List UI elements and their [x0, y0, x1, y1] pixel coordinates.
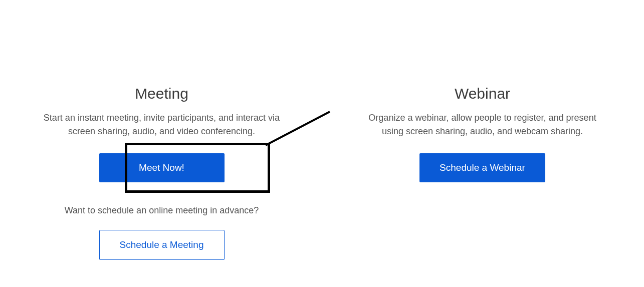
webinar-title: Webinar: [455, 85, 510, 102]
schedule-webinar-button[interactable]: Schedule a Webinar: [419, 153, 545, 182]
meet-now-button[interactable]: Meet Now!: [99, 153, 225, 182]
schedule-meeting-prompt: Want to schedule an online meeting in ad…: [65, 205, 259, 216]
webinar-column: Webinar Organize a webinar, allow people…: [352, 85, 613, 260]
meeting-title: Meeting: [135, 85, 188, 102]
meeting-description: Start an instant meeting, invite partici…: [37, 111, 287, 138]
schedule-meeting-button[interactable]: Schedule a Meeting: [99, 230, 225, 260]
meeting-column: Meeting Start an instant meeting, invite…: [32, 85, 292, 260]
webinar-description: Organize a webinar, allow people to regi…: [357, 111, 608, 138]
